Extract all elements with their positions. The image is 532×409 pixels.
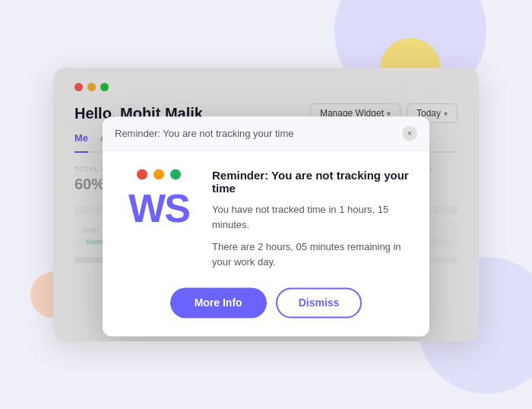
modal-description-1: You have not tracked time in 1 hours, 15… [212,202,411,232]
ws-dot-green [170,169,181,179]
modal-body: WS Reminder: You are not tracking your t… [103,151,429,287]
modal-close-button[interactable]: × [402,125,417,141]
ws-logo-area: WS [121,169,197,269]
modal-header-title: Reminder: You are not tracking your time [115,128,294,139]
modal-footer: More Info Dismiss [103,287,429,336]
ws-dot-red [137,169,147,179]
close-icon: × [407,128,412,138]
modal-main-title: Reminder: You are not tracking your time [212,169,411,195]
more-info-button[interactable]: More Info [170,287,267,318]
ws-dots [137,169,181,179]
main-window: Hello, Mohit Malik Manage Widget ▾ Today… [53,68,479,341]
ws-dot-orange [154,169,164,179]
reminder-modal: Reminder: You are not tracking your time… [103,116,429,336]
modal-content-text: Reminder: You are not tracking your time… [212,169,411,269]
modal-header: Reminder: You are not tracking your time… [103,116,429,151]
modal-description-2: There are 2 hours, 05 minutes remaining … [212,239,411,269]
ws-logo-text: WS [128,189,189,228]
dismiss-button[interactable]: Dismiss [276,287,363,318]
